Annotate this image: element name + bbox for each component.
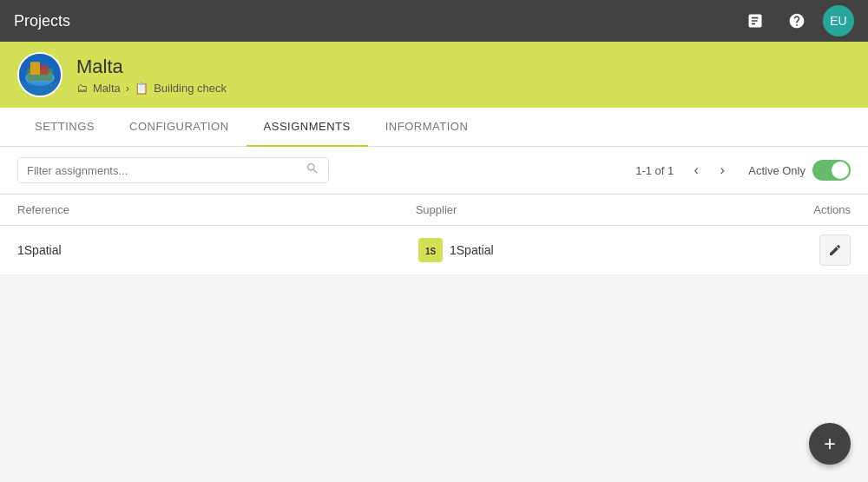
supplier-logo: 1S <box>418 238 443 262</box>
col-actions: Actions <box>813 203 851 216</box>
project-header: Malta 🗂 Malta › 📋 Building check <box>0 42 868 108</box>
tab-bar: SETTINGS CONFIGURATION ASSIGNMENTS INFOR… <box>0 108 868 147</box>
filter-input-wrap <box>17 157 329 183</box>
topnav-actions: EU <box>740 5 854 36</box>
app-title: Projects <box>14 12 70 30</box>
toggle-thumb <box>832 162 849 179</box>
breadcrumb-separator: › <box>126 82 129 95</box>
filter-input[interactable] <box>27 164 306 177</box>
svg-text:1S: 1S <box>425 247 437 256</box>
content-area: 1-1 of 1 ‹ › Active Only Reference Suppl… <box>0 147 868 275</box>
analytics-icon-button[interactable] <box>740 5 771 36</box>
col-supplier: Supplier <box>416 203 814 216</box>
breadcrumb-child-icon: 📋 <box>135 82 148 95</box>
table-row: 1Spatial 1S 1Spatial <box>0 226 868 275</box>
col-reference: Reference <box>17 203 416 216</box>
project-avatar <box>17 52 62 97</box>
project-name: Malta <box>76 56 227 78</box>
svg-rect-3 <box>30 62 40 75</box>
user-avatar[interactable]: EU <box>823 5 854 36</box>
pagination-info: 1-1 of 1 <box>635 164 674 177</box>
svg-rect-5 <box>19 82 61 96</box>
top-navigation: Projects EU <box>0 0 868 42</box>
row-reference: 1Spatial <box>17 243 418 257</box>
project-info: Malta 🗂 Malta › 📋 Building check <box>76 56 227 95</box>
tab-assignments[interactable]: ASSIGNMENTS <box>247 108 368 147</box>
supplier-cell: 1S 1Spatial <box>418 238 819 262</box>
pagination-next[interactable]: › <box>710 158 734 182</box>
fab-add-button[interactable]: + <box>809 423 851 465</box>
breadcrumb-parent: Malta <box>93 82 121 95</box>
active-only-label: Active Only <box>748 164 806 177</box>
pagination-prev[interactable]: ‹ <box>684 158 708 182</box>
breadcrumb: 🗂 Malta › 📋 Building check <box>76 82 227 95</box>
breadcrumb-icon: 🗂 <box>76 82 88 95</box>
active-only-toggle[interactable] <box>812 160 851 181</box>
edit-button[interactable] <box>819 234 851 266</box>
tab-information[interactable]: INFORMATION <box>368 108 486 147</box>
breadcrumb-child: Building check <box>154 82 227 95</box>
tab-configuration[interactable]: CONFIGURATION <box>112 108 247 147</box>
svg-rect-4 <box>40 65 48 75</box>
supplier-name: 1Spatial <box>450 243 494 257</box>
search-icon[interactable] <box>306 162 319 179</box>
table-header: Reference Supplier Actions <box>0 195 868 226</box>
filter-bar: 1-1 of 1 ‹ › Active Only <box>0 147 868 195</box>
help-icon-button[interactable] <box>781 5 812 36</box>
pagination-buttons: ‹ › <box>684 158 734 182</box>
tab-settings[interactable]: SETTINGS <box>17 108 112 147</box>
